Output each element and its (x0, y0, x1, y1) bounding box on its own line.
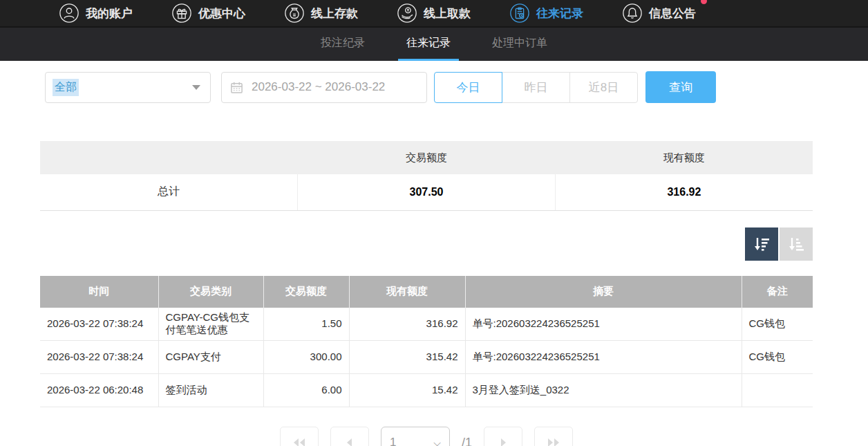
right-arrow-icon (496, 437, 511, 446)
sort-ascending-button[interactable] (780, 227, 813, 261)
yesterday-button[interactable]: 昨日 (502, 72, 570, 103)
next-page-button[interactable] (484, 427, 522, 446)
gift-icon (171, 3, 192, 24)
cell-type: 签到活动 (158, 374, 263, 407)
records-icon (509, 3, 530, 24)
double-right-arrow-icon (546, 437, 561, 446)
tab-processing-orders[interactable]: 处理中订单 (484, 28, 556, 61)
records-header-row: 时间 交易类别 交易额度 现有额度 摘要 备注 (40, 276, 813, 308)
cell-summary: 单号:202603224236525251 (465, 308, 742, 341)
prev-page-button[interactable] (330, 427, 369, 446)
summary-header-empty (40, 141, 298, 174)
cell-time: 2026-03-22 07:38:24 (40, 308, 158, 341)
nav-item-label: 我的账户 (86, 6, 133, 21)
tab-label: 处理中订单 (492, 36, 547, 50)
cell-remark: CG钱包 (742, 308, 813, 341)
table-row: 2026-03-22 07:38:24 CGPAY-CG钱包支付笔笔送优惠 1.… (40, 308, 813, 341)
sort-controls (40, 227, 813, 261)
cell-time: 2026-03-22 06:20:48 (40, 374, 158, 407)
nav-item-my-account[interactable]: 我的账户 (59, 3, 133, 24)
today-button[interactable]: 今日 (434, 72, 502, 103)
nav-item-deposit[interactable]: 线上存款 (284, 3, 358, 24)
cell-type: CGPAY支付 (158, 341, 263, 374)
tab-transaction-records[interactable]: 往来记录 (398, 28, 459, 61)
page-select[interactable]: 1 ⌵ (381, 427, 450, 446)
nav-item-label: 线上取款 (424, 6, 471, 21)
filter-row: 全部 2026-03-22 ~ 2026-03-22 今日 昨日 近8日 查询 (45, 71, 813, 103)
column-header-balance: 现有额度 (349, 276, 465, 308)
summary-header-row: 交易额度 现有额度 (40, 141, 813, 174)
nav-item-label: 优惠中心 (198, 6, 245, 21)
summary-transaction-total: 307.50 (298, 174, 556, 210)
cell-summary: 3月登入签到送_0322 (465, 374, 742, 407)
cell-time: 2026-03-22 07:38:24 (40, 341, 158, 374)
record-tabbar: 投注纪录 往来记录 处理中订单 (0, 28, 868, 61)
last-page-button[interactable] (534, 427, 573, 446)
cell-balance: 315.42 (349, 341, 465, 374)
chevron-down-icon: ⌵ (433, 437, 441, 446)
chevron-down-icon (192, 85, 200, 90)
tab-betting-records[interactable]: 投注纪录 (312, 28, 373, 61)
summary-table: 交易额度 现有额度 总计 307.50 316.92 (40, 141, 813, 211)
user-icon (59, 3, 79, 24)
cell-amount: 1.50 (263, 308, 349, 341)
last-8-days-button[interactable]: 近8日 (569, 72, 638, 103)
table-row: 2026-03-22 06:20:48 签到活动 6.00 15.42 3月登入… (40, 374, 813, 407)
cell-summary: 单号:202603224236525251 (465, 341, 742, 374)
notification-dot (701, 0, 707, 4)
table-row: 2026-03-22 07:38:24 CGPAY支付 300.00 315.4… (40, 341, 813, 374)
column-header-time: 时间 (40, 276, 158, 308)
nav-item-label: 往来记录 (536, 6, 583, 21)
page-total-label: /1 (462, 436, 472, 446)
double-left-arrow-icon (292, 437, 307, 446)
nav-item-label: 线上存款 (311, 6, 358, 21)
cell-amount: 300.00 (263, 341, 349, 374)
cell-balance: 15.42 (349, 374, 465, 407)
sort-descending-button[interactable] (745, 227, 778, 261)
selected-type-value: 全部 (53, 79, 79, 96)
transaction-type-select[interactable]: 全部 (45, 72, 211, 103)
pagination: 1 ⌵ /1 (40, 427, 813, 446)
left-arrow-icon (342, 437, 357, 446)
column-header-remark: 备注 (742, 276, 813, 308)
cell-type: CGPAY-CG钱包支付笔笔送优惠 (158, 308, 263, 341)
top-navigation: 我的账户 优惠中心 线上存款 线上取款 往来记录 信息公告 (0, 0, 868, 28)
column-header-type: 交易类别 (158, 276, 263, 308)
search-button[interactable]: 查询 (645, 71, 716, 103)
column-header-amount: 交易额度 (263, 276, 349, 308)
nav-item-announcements[interactable]: 信息公告 (622, 3, 696, 24)
withdraw-icon (397, 3, 417, 24)
date-range-input[interactable]: 2026-03-22 ~ 2026-03-22 (221, 72, 427, 103)
cell-remark (742, 374, 813, 407)
sort-ascending-icon (787, 235, 805, 253)
main-content: 全部 2026-03-22 ~ 2026-03-22 今日 昨日 近8日 查询 … (0, 61, 868, 446)
date-range-value: 2026-03-22 ~ 2026-03-22 (252, 80, 385, 94)
column-header-summary: 摘要 (465, 276, 742, 308)
nav-item-promotions[interactable]: 优惠中心 (171, 3, 245, 24)
nav-item-label: 信息公告 (649, 6, 696, 21)
bell-icon (622, 3, 643, 24)
sort-descending-icon (753, 235, 771, 253)
quick-date-group: 今日 昨日 近8日 (434, 72, 638, 103)
tab-label: 往来记录 (406, 36, 451, 50)
deposit-icon (284, 3, 305, 24)
cell-balance: 316.92 (349, 308, 465, 341)
nav-item-records[interactable]: 往来记录 (509, 3, 583, 24)
summary-header-transaction: 交易额度 (298, 141, 556, 174)
current-page-value: 1 (390, 436, 396, 446)
summary-total-label: 总计 (40, 174, 298, 210)
first-page-button[interactable] (280, 427, 319, 446)
summary-balance-total: 316.92 (555, 174, 813, 210)
calendar-icon (230, 81, 243, 94)
tab-label: 投注纪录 (321, 36, 365, 50)
summary-header-balance: 现有额度 (555, 141, 813, 174)
summary-total-row: 总计 307.50 316.92 (40, 174, 813, 210)
cell-amount: 6.00 (263, 374, 349, 407)
cell-remark: CG钱包 (742, 341, 813, 374)
nav-item-withdraw[interactable]: 线上取款 (397, 3, 471, 24)
records-table: 时间 交易类别 交易额度 现有额度 摘要 备注 2026-03-22 07:38… (40, 276, 813, 408)
